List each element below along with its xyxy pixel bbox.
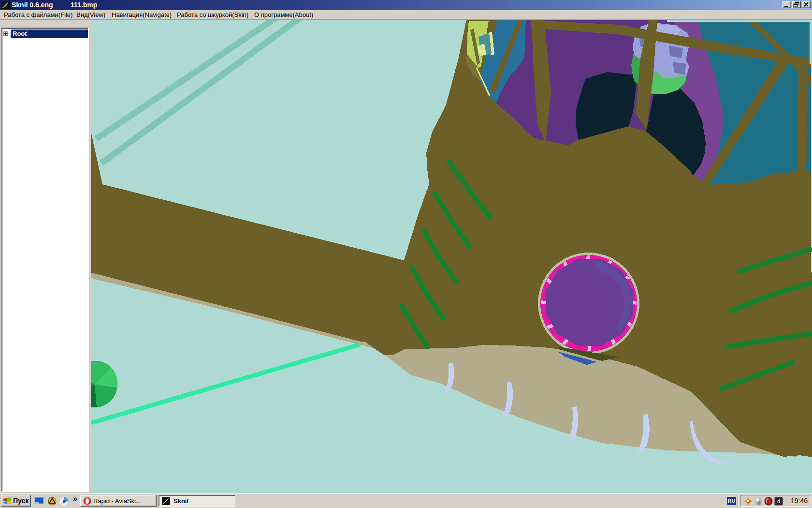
svg-text:d: d [777, 498, 780, 504]
